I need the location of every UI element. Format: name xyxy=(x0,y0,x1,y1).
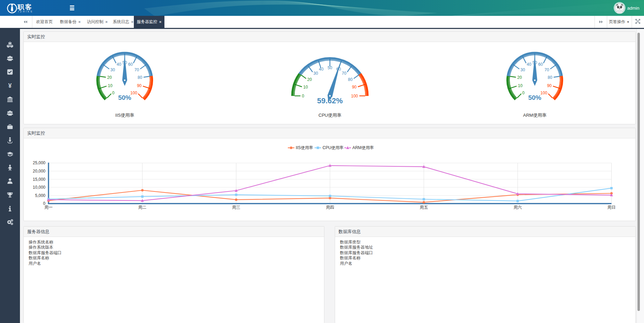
svg-text:70: 70 xyxy=(135,67,139,72)
svg-text:60: 60 xyxy=(538,62,543,67)
svg-text:周三: 周三 xyxy=(232,205,240,210)
svg-text:IIS使用率: IIS使用率 xyxy=(296,145,313,150)
svg-text:40: 40 xyxy=(527,62,532,67)
svg-text:5,000: 5,000 xyxy=(35,193,45,198)
svg-text:周六: 周六 xyxy=(514,205,522,210)
svg-text:20: 20 xyxy=(307,77,312,82)
svg-text:100: 100 xyxy=(540,91,547,95)
svg-text:70: 70 xyxy=(342,71,347,76)
svg-text:周日: 周日 xyxy=(608,205,616,210)
svg-text:80: 80 xyxy=(138,75,142,80)
svg-text:20: 20 xyxy=(107,75,112,80)
svg-text:0: 0 xyxy=(112,91,115,95)
svg-text:30: 30 xyxy=(110,67,115,72)
svg-text:ARM使用率: ARM使用率 xyxy=(352,145,374,150)
svg-text:40: 40 xyxy=(319,67,324,72)
svg-text:20,000: 20,000 xyxy=(33,169,45,174)
svg-text:15,000: 15,000 xyxy=(33,177,45,182)
svg-text:60: 60 xyxy=(128,62,133,67)
svg-text:IIS使用率: IIS使用率 xyxy=(115,113,134,118)
svg-text:0: 0 xyxy=(302,94,304,98)
svg-text:90: 90 xyxy=(352,85,357,90)
svg-text:CPU使用率: CPU使用率 xyxy=(319,113,341,118)
svg-text:30: 30 xyxy=(520,67,525,72)
svg-text:¥: ¥ xyxy=(8,82,12,89)
svg-text:CPU使用率: CPU使用率 xyxy=(323,145,344,150)
svg-text:90: 90 xyxy=(137,83,142,88)
svg-text:30: 30 xyxy=(313,71,318,76)
svg-text:59.62%: 59.62% xyxy=(317,96,343,105)
svg-text:25,000: 25,000 xyxy=(33,160,45,165)
svg-text:20: 20 xyxy=(517,75,522,80)
svg-text:100: 100 xyxy=(130,91,137,95)
svg-text:50%: 50% xyxy=(528,94,541,101)
svg-text:周四: 周四 xyxy=(326,205,334,210)
svg-text:10,000: 10,000 xyxy=(33,185,45,190)
svg-text:0: 0 xyxy=(522,91,525,95)
svg-text:ARM使用率: ARM使用率 xyxy=(523,113,547,118)
svg-text:40: 40 xyxy=(117,62,121,67)
svg-text:10: 10 xyxy=(108,83,113,88)
svg-text:周二: 周二 xyxy=(138,205,147,210)
svg-text:80: 80 xyxy=(548,75,552,80)
svg-text:70: 70 xyxy=(545,67,549,72)
svg-text:80: 80 xyxy=(348,77,353,82)
svg-text:100: 100 xyxy=(351,94,358,98)
svg-text:10: 10 xyxy=(518,83,523,88)
svg-text:10: 10 xyxy=(303,85,308,90)
svg-text:周一: 周一 xyxy=(44,205,53,210)
svg-text:50: 50 xyxy=(328,65,332,70)
svg-text:周五: 周五 xyxy=(420,205,428,210)
svg-text:50%: 50% xyxy=(118,94,131,101)
svg-text:90: 90 xyxy=(547,83,552,88)
